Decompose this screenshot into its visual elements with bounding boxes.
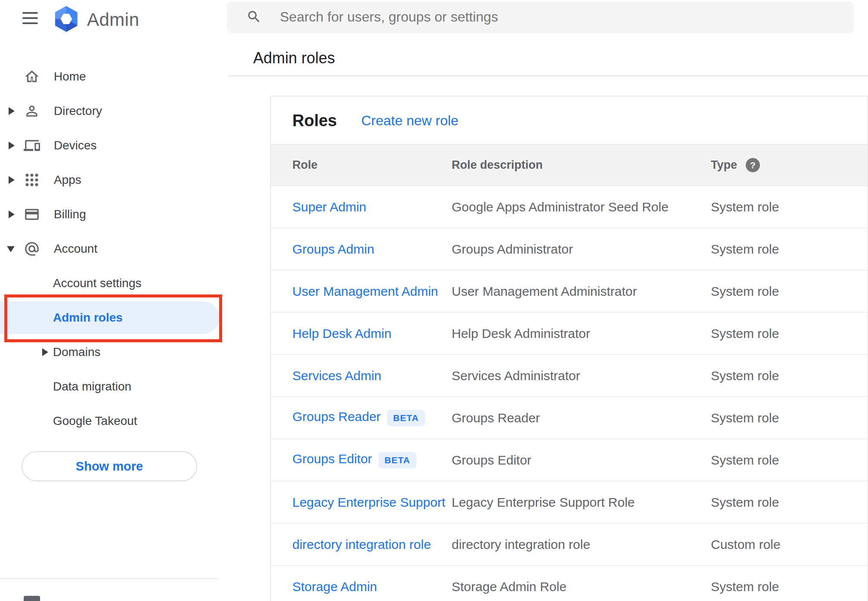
sidebar-item-label: Directory xyxy=(54,104,102,118)
role-link[interactable]: Groups Reader xyxy=(292,409,381,424)
sidebar-item-label: Home xyxy=(54,70,86,84)
role-description-cell: Services Administrator xyxy=(452,369,711,383)
roles-panel-header: Roles Create new role xyxy=(271,96,868,144)
role-cell: Super Admin xyxy=(292,200,452,214)
sidebar-item-label: Billing xyxy=(54,208,86,221)
expand-arrow-icon[interactable] xyxy=(42,348,48,356)
table-row: User Management AdminUser Management Adm… xyxy=(271,270,868,313)
role-cell: Groups ReaderBETA xyxy=(292,409,452,426)
sidebar-item-domains[interactable]: Domains xyxy=(0,335,228,369)
admin-hexagon-icon xyxy=(54,6,78,34)
table-row: Storage AdminStorage Admin RoleSystem ro… xyxy=(271,566,868,601)
role-link[interactable]: Groups Admin xyxy=(292,242,374,256)
home-icon xyxy=(24,68,40,85)
role-link[interactable]: Super Admin xyxy=(292,200,366,214)
role-cell: Groups EditorBETA xyxy=(292,452,452,468)
sidebar-item-apps[interactable]: Apps xyxy=(0,163,228,197)
role-link[interactable]: Services Admin xyxy=(292,369,381,383)
role-type-cell: System role xyxy=(711,369,868,383)
sidebar-item-account[interactable]: Account xyxy=(0,232,228,266)
role-description-cell: Help Desk Administrator xyxy=(452,326,711,341)
table-row: Services AdminServices AdministratorSyst… xyxy=(271,355,868,397)
role-cell: User Management Admin xyxy=(292,284,452,299)
sidebar-item-account-settings[interactable]: Account settings xyxy=(0,266,228,300)
sidebar-item-admin-roles[interactable]: Admin roles xyxy=(0,300,228,335)
directory-icon xyxy=(24,103,40,119)
account-icon xyxy=(24,241,40,257)
sidebar-item-label: Account xyxy=(54,242,97,256)
panel-title: Roles xyxy=(292,111,337,130)
role-type-cell: System role xyxy=(711,495,868,510)
sidebar-item-label: Data migration xyxy=(53,380,131,393)
role-type-cell: System role xyxy=(711,411,868,425)
role-description-cell: directory integration role xyxy=(452,537,711,552)
clipped-bottom-icon xyxy=(24,596,40,601)
expand-arrow-icon[interactable] xyxy=(9,142,15,149)
role-description-cell: User Management Administrator xyxy=(452,284,711,299)
billing-icon xyxy=(24,206,40,223)
role-type-cell: System role xyxy=(711,453,868,468)
expand-arrow-icon[interactable] xyxy=(9,176,15,184)
role-type-cell: Custom role xyxy=(711,537,868,552)
sidebar-item-devices[interactable]: Devices xyxy=(0,128,228,163)
sidebar-item-label: Domains xyxy=(53,345,100,359)
roles-table-header: Role Role description Type ? xyxy=(271,144,868,186)
column-header-role: Role xyxy=(292,158,452,172)
admin-logo: Admin xyxy=(54,6,140,33)
show-more-button[interactable]: Show more xyxy=(22,451,197,481)
roles-table-body: Super AdminGoogle Apps Administrator See… xyxy=(271,186,868,601)
role-description-cell: Legacy Enterprise Support Role xyxy=(452,495,711,510)
role-description-cell: Groups Reader xyxy=(452,411,711,425)
sidebar-item-data-migration[interactable]: Data migration xyxy=(0,369,228,404)
search-bar[interactable] xyxy=(227,2,853,32)
hamburger-menu-icon[interactable] xyxy=(22,12,38,24)
role-link[interactable]: Legacy Enterprise Support xyxy=(292,495,445,509)
search-input[interactable] xyxy=(279,9,711,25)
hamburger-bar xyxy=(22,22,38,24)
expand-arrow-icon[interactable] xyxy=(9,211,15,218)
role-type-cell: System role xyxy=(711,284,868,299)
role-type-cell: System role xyxy=(711,579,868,594)
role-link[interactable]: User Management Admin xyxy=(292,284,438,298)
role-cell: Services Admin xyxy=(292,369,452,383)
column-header-type: Type ? xyxy=(711,158,868,172)
table-row: Groups AdminGroups AdministratorSystem r… xyxy=(271,228,868,270)
sidebar-item-label: Apps xyxy=(54,173,81,187)
role-description-cell: Groups Editor xyxy=(452,453,711,468)
sidebar-item-directory[interactable]: Directory xyxy=(0,94,228,128)
role-type-cell: System role xyxy=(711,200,868,214)
role-link[interactable]: Storage Admin xyxy=(292,579,377,594)
logo-text: Admin xyxy=(87,9,140,30)
role-description-cell: Groups Administrator xyxy=(452,242,711,257)
roles-panel: Roles Create new role Role Role descript… xyxy=(270,96,868,601)
table-row: directory integration roledirectory inte… xyxy=(271,524,868,566)
sidebar-item-home[interactable]: Home xyxy=(0,59,228,94)
column-header-type-label: Type xyxy=(711,158,737,172)
help-icon[interactable]: ? xyxy=(746,158,760,172)
sidebar-item-label: Devices xyxy=(54,139,97,152)
content-divider xyxy=(228,75,868,76)
role-link[interactable]: Help Desk Admin xyxy=(292,326,391,341)
role-link[interactable]: directory integration role xyxy=(292,537,431,551)
table-row: Help Desk AdminHelp Desk AdministratorSy… xyxy=(271,313,868,355)
column-header-description: Role description xyxy=(452,158,711,172)
sidebar-item-label: Google Takeout xyxy=(53,414,137,428)
create-new-role-link[interactable]: Create new role xyxy=(361,112,459,128)
collapse-arrow-icon[interactable] xyxy=(7,246,15,252)
expand-arrow-icon[interactable] xyxy=(9,107,15,115)
role-cell: Storage Admin xyxy=(292,579,452,594)
table-row: Groups EditorBETAGroups EditorSystem rol… xyxy=(271,439,868,481)
hamburger-bar xyxy=(22,12,38,14)
beta-badge: BETA xyxy=(387,410,425,426)
sidebar-item-billing[interactable]: Billing xyxy=(0,197,228,232)
apps-icon xyxy=(24,172,40,188)
table-row: Legacy Enterprise SupportLegacy Enterpri… xyxy=(271,481,868,524)
sidebar-bottom-divider xyxy=(0,578,219,579)
role-type-cell: System role xyxy=(711,326,868,341)
role-type-cell: System role xyxy=(711,242,868,257)
beta-badge: BETA xyxy=(378,452,416,468)
breadcrumb: Admin roles xyxy=(253,49,335,67)
role-link[interactable]: Groups Editor xyxy=(292,452,372,466)
sidebar-item-google-takeout[interactable]: Google Takeout xyxy=(0,404,228,438)
sidebar-item-label: Admin roles xyxy=(53,311,123,325)
